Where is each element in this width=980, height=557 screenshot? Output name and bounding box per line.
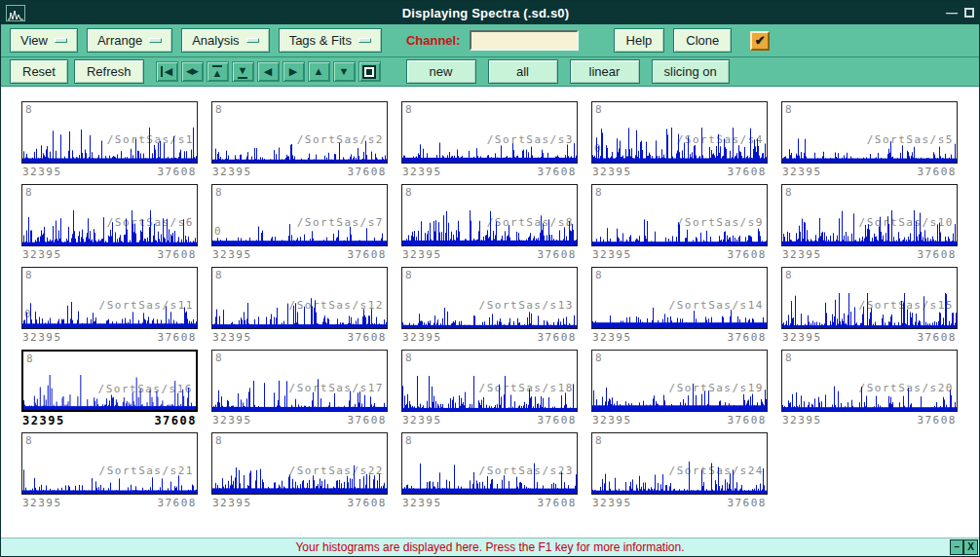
clone-button[interactable]: Clone bbox=[673, 28, 732, 53]
spectrum-panel[interactable]: 8 /SortSas/s21 <s (20us/ch) 32395 37608 bbox=[21, 432, 198, 511]
minimize-icon[interactable]: — bbox=[946, 6, 958, 19]
spectrum-plot[interactable]: 8 /SortSas/s23 <s (20us/ch) bbox=[401, 432, 578, 495]
spectrum-plot[interactable]: 8 /SortSas/s17 <s (20us/ch) bbox=[211, 350, 388, 412]
checkmark-icon: ✔ bbox=[755, 33, 766, 48]
x-min-label: 32395 bbox=[402, 248, 442, 261]
spectrum-plot[interactable]: 8 /SortSas/s3 <s (20us/ch) bbox=[401, 101, 578, 164]
spectrum-panel[interactable]: 8 /SortSas/s15 <s (20us/ch) 32395 37608 bbox=[781, 267, 958, 346]
spectrum-plot[interactable]: 8 /SortSas/s10 <s (20us/ch) bbox=[781, 184, 958, 246]
menu-tags-fits[interactable]: Tags & Fits bbox=[279, 28, 382, 53]
spectrum-panel[interactable]: 8 /SortSas/s24 <s (20us/ch) 32395 37608 bbox=[591, 432, 768, 511]
spectrum-plot[interactable]: 8 /SortSas/s4 <s (20us/ch) 0 bbox=[591, 101, 768, 164]
spectrum-panel[interactable]: 8 /SortSas/s14 <s (20us/ch) 32395 37608 bbox=[591, 267, 768, 346]
spectrum-panel[interactable]: 8 /SortSas/s9 <s (20us/ch) 32395 37608 bbox=[591, 184, 768, 263]
spectrum-panel[interactable]: 8 /SortSas/s13 <s (20us/ch) 32395 37608 bbox=[401, 267, 578, 346]
x-min-label: 32395 bbox=[592, 166, 632, 178]
goto-first-button[interactable]: ◀ bbox=[156, 61, 178, 82]
goto-first-icon: ◀ bbox=[161, 66, 172, 77]
spectrum-panel[interactable]: 8 /SortSas/s7 <s (20us/ch) 0 32395 37608 bbox=[211, 184, 388, 263]
spectrum-plot[interactable]: 8 /SortSas/s20 <s (20us/ch) bbox=[781, 350, 958, 412]
spectrum-panel[interactable]: 8 /SortSas/s19 <s (20us/ch) 32395 37608 bbox=[591, 350, 768, 428]
x-axis-labels: 32395 37608 bbox=[401, 495, 578, 511]
spectrum-panel[interactable]: 8 /SortSas/s16 <s (20us/ch) 32395 37608 bbox=[21, 350, 198, 428]
slicing-button[interactable]: slicing on bbox=[652, 59, 730, 84]
x-max-label: 37608 bbox=[727, 331, 767, 344]
spectrum-plot[interactable]: 8 /SortSas/s12 <s (20us/ch) bbox=[211, 267, 388, 329]
spectrum-plot[interactable]: 8 /SortSas/s11 <s (20us/ch) 0 bbox=[21, 267, 198, 329]
spectrum-panel[interactable]: 8 /SortSas/s6 <s (20us/ch) 32395 37608 bbox=[21, 184, 198, 263]
spectrum-plot[interactable]: 8 /SortSas/s16 <s (20us/ch) bbox=[21, 350, 198, 412]
menu-indicator-icon bbox=[149, 38, 162, 43]
spectrum-plot[interactable]: 8 /SortSas/s19 <s (20us/ch) bbox=[591, 350, 768, 412]
spectrum-plot[interactable]: 8 /SortSas/s22 <s (20us/ch) bbox=[211, 432, 388, 495]
option-checkbox[interactable]: ✔ bbox=[750, 31, 770, 51]
help-button[interactable]: Help bbox=[614, 28, 665, 53]
x-min-label: 32395 bbox=[212, 248, 252, 261]
spectrum-panel[interactable]: 8 /SortSas/s11 <s (20us/ch) 0 32395 3760… bbox=[21, 267, 198, 346]
spectrum-panel[interactable]: 8 /SortSas/s4 <s (20us/ch) 0 32395 37608 bbox=[591, 101, 768, 180]
titlebar[interactable]: Displaying Spectra (.sd.s0) — bbox=[1, 1, 979, 24]
shift-right-button[interactable]: ▶ bbox=[283, 61, 305, 82]
status-message: Your histograms are displayed here. Pres… bbox=[295, 540, 684, 554]
spectrum-plot[interactable]: 8 /SortSas/s5 <s (20us/ch) bbox=[781, 101, 958, 164]
histogram bbox=[212, 122, 387, 163]
menu-arrange[interactable]: Arrange bbox=[87, 28, 172, 53]
x-max-label: 37608 bbox=[727, 497, 767, 509]
spectrum-panel[interactable]: 8 /SortSas/s20 <s (20us/ch) 32395 37608 bbox=[781, 350, 958, 428]
x-min-label: 32395 bbox=[22, 166, 62, 178]
spectrum-panel[interactable]: 8 /SortSas/s12 <s (20us/ch) 32395 37608 bbox=[211, 267, 388, 346]
spectrum-panel[interactable]: 8 /SortSas/s2 <s (20us/ch) 32395 37608 bbox=[211, 101, 388, 180]
spectrum-panel[interactable]: 8 /SortSas/s3 <s (20us/ch) 32395 37608 bbox=[401, 101, 578, 180]
all-button[interactable]: all bbox=[488, 59, 558, 84]
spectrum-panel[interactable]: 8 /SortSas/s5 <s (20us/ch) 32395 37608 bbox=[781, 101, 958, 180]
refresh-button[interactable]: Refresh bbox=[74, 59, 144, 84]
shift-left-button[interactable]: ◀ bbox=[257, 61, 280, 82]
scroll-top-button[interactable]: ▲ bbox=[207, 61, 229, 82]
x-max-label: 37608 bbox=[347, 497, 387, 509]
shift-down-button[interactable]: ▼ bbox=[333, 61, 356, 82]
menu-view[interactable]: View bbox=[10, 28, 78, 53]
linear-button[interactable]: linear bbox=[570, 59, 640, 84]
spectrum-plot[interactable]: 8 /SortSas/s18 <s (20us/ch) bbox=[401, 350, 578, 412]
spectrum-panel[interactable]: 8 /SortSas/s18 <s (20us/ch) 32395 37608 bbox=[401, 350, 578, 428]
spectrum-plot[interactable]: 8 /SortSas/s7 <s (20us/ch) 0 bbox=[211, 184, 388, 246]
channel-input[interactable] bbox=[470, 30, 579, 51]
app-icon[interactable] bbox=[6, 5, 25, 21]
x-max-label: 37608 bbox=[727, 248, 767, 261]
shift-up-button[interactable]: ▲ bbox=[308, 61, 330, 82]
reset-button[interactable]: Reset bbox=[10, 59, 68, 84]
x-min-label: 32395 bbox=[402, 497, 442, 509]
spectrum-panel[interactable]: 8 /SortSas/s1 <s (20us/ch) 32395 37608 bbox=[21, 101, 198, 180]
menu-analysis[interactable]: Analysis bbox=[181, 28, 269, 53]
y-max-label: 8 bbox=[595, 434, 602, 447]
x-max-label: 37608 bbox=[917, 166, 957, 178]
spectrum-plot[interactable]: 8 /SortSas/s24 <s (20us/ch) bbox=[591, 432, 768, 495]
collapse-statusbar-button[interactable]: − bbox=[950, 539, 963, 555]
spectrum-panel[interactable]: 8 /SortSas/s22 <s (20us/ch) 32395 37608 bbox=[211, 432, 388, 511]
spectrum-plot[interactable]: 8 /SortSas/s1 <s (20us/ch) bbox=[21, 101, 198, 164]
spectrum-plot[interactable]: 8 /SortSas/s14 <s (20us/ch) bbox=[591, 267, 768, 329]
spectrum-panel[interactable]: 8 /SortSas/s8 <s (20us/ch) 32395 37608 bbox=[401, 184, 578, 263]
maximize-icon[interactable] bbox=[964, 8, 974, 18]
app-window: Displaying Spectra (.sd.s0) — View Arran… bbox=[0, 0, 980, 557]
full-view-button[interactable] bbox=[358, 61, 381, 82]
shift-left-icon: ◀ bbox=[264, 66, 272, 77]
scroll-bottom-button[interactable]: ▼ bbox=[232, 61, 254, 82]
histogram bbox=[592, 453, 767, 494]
spectrum-panel[interactable]: 8 /SortSas/s17 <s (20us/ch) 32395 37608 bbox=[211, 350, 388, 428]
close-statusbar-button[interactable]: X bbox=[963, 539, 978, 555]
spectrum-plot[interactable]: 8 /SortSas/s15 <s (20us/ch) bbox=[781, 267, 958, 329]
spectrum-panel[interactable]: 8 /SortSas/s10 <s (20us/ch) 32395 37608 bbox=[781, 184, 958, 263]
new-button[interactable]: new bbox=[406, 59, 476, 84]
spectrum-plot[interactable]: 8 /SortSas/s8 <s (20us/ch) bbox=[401, 184, 578, 246]
x-axis-labels: 32395 37608 bbox=[591, 412, 768, 428]
x-min-label: 32395 bbox=[212, 166, 252, 178]
expand-horizontal-button[interactable]: ◀▶ bbox=[181, 61, 204, 82]
spectrum-plot[interactable]: 8 /SortSas/s9 <s (20us/ch) bbox=[591, 184, 768, 246]
channel-label: Channel: bbox=[406, 33, 461, 48]
spectrum-panel[interactable]: 8 /SortSas/s23 <s (20us/ch) 32395 37608 bbox=[401, 432, 578, 511]
spectrum-plot[interactable]: 8 /SortSas/s21 <s (20us/ch) bbox=[21, 432, 198, 495]
spectrum-plot[interactable]: 8 /SortSas/s6 <s (20us/ch) bbox=[21, 184, 198, 246]
spectrum-plot[interactable]: 8 /SortSas/s2 <s (20us/ch) bbox=[211, 101, 388, 164]
spectrum-plot[interactable]: 8 /SortSas/s13 <s (20us/ch) bbox=[401, 267, 578, 329]
